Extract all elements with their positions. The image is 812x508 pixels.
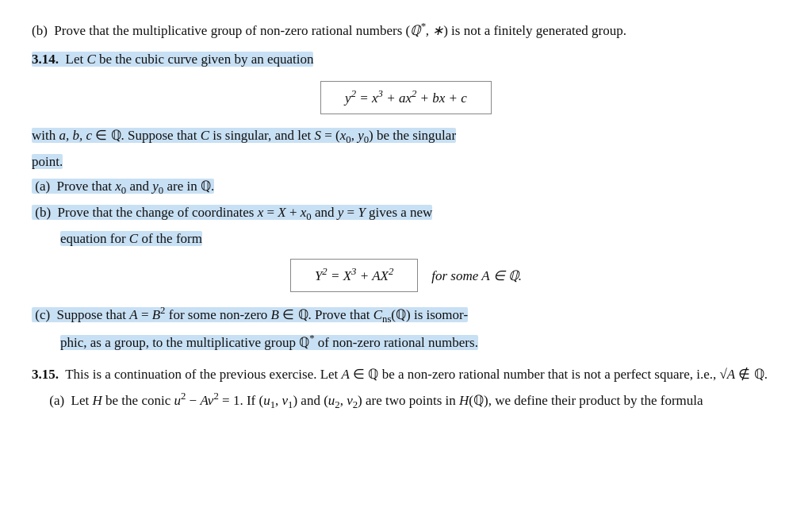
problem-label-b-top: (b) Prove that the multiplicative group … xyxy=(32,23,626,38)
part-c-line2: phic, as a group, to the multiplicative … xyxy=(60,331,780,353)
equation-2-container: Y2 = X3 + AX2 for some A ∈ ℚ. xyxy=(32,259,780,292)
highlight-3-14-intro: 3.14. Let C be the cubic curve given by … xyxy=(32,52,313,67)
equation-1-container: y2 = x3 + ax2 + bx + c xyxy=(32,81,780,114)
part-a: (a) Prove that x0 and y0 are in ℚ. xyxy=(32,176,780,199)
problem-number-3-15: 3.15. xyxy=(32,367,59,382)
condition-line: with a, b, c ∈ ℚ. Suppose that C is sing… xyxy=(32,125,780,148)
problem-3-14-block: (b) Prove that the multiplicative group … xyxy=(32,19,780,353)
part-b-line2: equation for C of the form xyxy=(60,229,780,249)
problem-number-3-14: 3.14. xyxy=(32,52,59,67)
part-c-block: (c) Suppose that A = B2 for some non-zer… xyxy=(32,303,780,328)
problem-3-14-intro: (b) Prove that the multiplicative group … xyxy=(32,19,780,41)
problem-3-15-block: 3.15. This is a continuation of the prev… xyxy=(32,364,780,413)
page-content: (b) Prove that the multiplicative group … xyxy=(32,19,780,413)
equation-1: y2 = x3 + ax2 + bx + c xyxy=(320,81,492,114)
problem-3-15-intro: 3.15. This is a continuation of the prev… xyxy=(32,364,780,385)
problem-3-15-part-a: (a) Let H be the conic u2 − Av2 = 1. If … xyxy=(46,389,780,414)
equation-2: Y2 = X3 + AX2 for some A ∈ ℚ. xyxy=(290,268,522,283)
condition-line-2: point. xyxy=(32,152,780,172)
part-b-block: (b) Prove that the change of coordinates… xyxy=(32,202,780,225)
